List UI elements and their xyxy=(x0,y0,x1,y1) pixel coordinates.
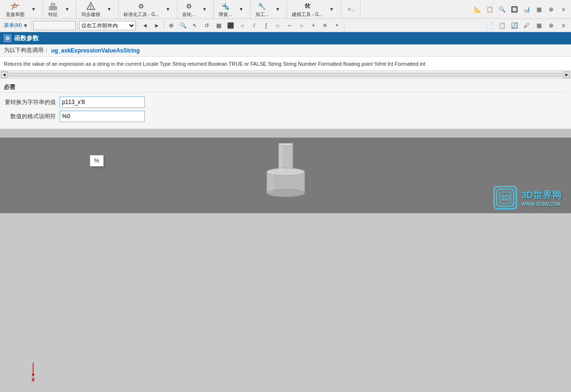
param2-row: 数值的格式说明符 xyxy=(4,111,567,122)
direct-sketch-group: 直接草图 ▼ xyxy=(2,0,43,18)
sync-modeling-btn[interactable]: 同步建模 xyxy=(79,0,102,19)
spring-label: 弹簧... xyxy=(219,11,232,18)
spring-dropdown[interactable]: ▼ xyxy=(234,6,248,13)
right-icon-2[interactable]: 📋 xyxy=(496,20,508,31)
quick-icon-2[interactable]: 📋 xyxy=(484,4,495,15)
standard-tool-icon: ⚙ xyxy=(136,1,147,11)
right-icon-7[interactable]: ≡ xyxy=(558,20,569,31)
dot-icon[interactable]: • xyxy=(331,20,343,31)
func-call-line: 为以下构造调用： ug_askExpressionValueAsString xyxy=(0,44,571,57)
hscroll-track[interactable] xyxy=(9,73,562,77)
build-tool-label: 建模工具 - G... xyxy=(292,11,323,18)
tooltip-popup: % xyxy=(90,155,104,166)
direct-sketch-label: 直接草图 xyxy=(6,11,25,18)
hscroll-area: ◄ ► xyxy=(0,71,571,78)
func-header-icon: ⚙ xyxy=(4,35,11,42)
machining-btn[interactable]: 🔧 加工... xyxy=(254,0,271,19)
sync-modeling-icon xyxy=(86,1,96,11)
right-icon-5[interactable]: ▦ xyxy=(533,20,545,31)
function-panel: ⚙ 函数参数 为以下构造调用： ug_askExpressionValueAsS… xyxy=(0,32,571,129)
feature-btn[interactable]: 特征 xyxy=(46,0,60,19)
quick-icon-1[interactable]: 📐 xyxy=(472,4,483,15)
quick-icon-6[interactable]: ▦ xyxy=(533,4,545,15)
snap-icon[interactable]: ⊕ xyxy=(166,20,177,31)
menu-label: 菜单(M) xyxy=(4,22,22,29)
standard-tool-dropdown[interactable]: ▼ xyxy=(161,6,175,13)
direct-sketch-icon xyxy=(10,1,20,11)
plus-icon[interactable]: + xyxy=(307,20,319,31)
right-icon-3[interactable]: 🔄 xyxy=(509,20,520,31)
spring-icon: 🔩 xyxy=(220,1,231,11)
right-icon-1[interactable]: 📄 xyxy=(484,20,495,31)
3d-part xyxy=(262,143,309,201)
hscroll-right-btn[interactable]: ► xyxy=(563,71,570,78)
more-label: >... xyxy=(348,7,354,12)
nav-forward-btn[interactable]: ► xyxy=(151,20,162,31)
spring-btn[interactable]: 🔩 弹簧... xyxy=(217,0,234,19)
build-tool-btn[interactable]: 🛠 建模工具 - G... xyxy=(290,0,325,19)
zoom-icon[interactable]: 🔍 xyxy=(177,20,189,31)
hscroll-left-btn[interactable]: ◄ xyxy=(1,71,8,78)
sphere-icon[interactable]: ○ xyxy=(237,20,248,31)
standard-tool-group: ⚙ 标准化工具 - G... ▼ xyxy=(120,0,177,18)
right-icon-6[interactable]: ⊕ xyxy=(545,20,557,31)
standard-tool-btn[interactable]: ⚙ 标准化工具 - G... xyxy=(122,0,161,19)
more-btn[interactable]: >... xyxy=(344,6,358,13)
param2-input[interactable] xyxy=(60,111,145,122)
func-panel-header: ⚙ 函数参数 xyxy=(0,32,571,44)
right-icon-4[interactable]: 🖊 xyxy=(521,20,532,31)
nav-back-btn[interactable]: ◄ xyxy=(139,20,150,31)
circle-icon[interactable]: ○ xyxy=(296,20,307,31)
svg-rect-14 xyxy=(279,143,282,172)
direct-sketch-dropdown[interactable]: ▼ xyxy=(26,6,41,13)
sep3 xyxy=(137,21,138,30)
curve-icon[interactable]: ∫ xyxy=(260,20,272,31)
param1-input[interactable] xyxy=(60,96,145,108)
arc-icon[interactable]: ∩ xyxy=(272,20,283,31)
menu-dropdown-arrow[interactable]: ▼ xyxy=(23,23,28,28)
layer-icon[interactable]: ▦ xyxy=(213,20,224,31)
box-icon[interactable]: ⬛ xyxy=(225,20,236,31)
machining-dropdown[interactable]: ▼ xyxy=(271,6,285,13)
sep2 xyxy=(77,21,78,30)
rotate-icon[interactable]: ↺ xyxy=(201,20,212,31)
quick-access-input[interactable] xyxy=(33,21,76,30)
gear-label: 齿轮... xyxy=(182,11,195,18)
watermark: 3D 3D世界网 WWW.3D3W.COM xyxy=(493,186,562,209)
params-section: 必需 要转换为字符串的值 数值的格式说明符 xyxy=(0,78,571,129)
func-description: Returns the value of an expression as a … xyxy=(0,57,571,71)
gear-tool-btn[interactable]: ⚙ 齿轮... xyxy=(180,0,197,19)
feature-label: 特征 xyxy=(48,11,58,18)
gray-separator xyxy=(0,129,571,138)
cross-icon[interactable]: ✕ xyxy=(319,20,331,31)
func-panel-title: 函数参数 xyxy=(14,34,39,43)
bottom-area: X xyxy=(0,213,571,392)
build-tool-dropdown[interactable]: ▼ xyxy=(325,6,339,13)
quick-icon-8[interactable]: ≡ xyxy=(558,4,569,15)
quick-icon-3[interactable]: 🔍 xyxy=(496,4,508,15)
draw-line-icon[interactable]: / xyxy=(248,20,260,31)
icon-toolbar: 菜单(M) ▼ 仅在工作部件内 ◄ ► ⊕ 🔍 ↖ ↺ ▦ ⬛ ○ / ∫ ∩ … xyxy=(0,19,571,32)
quick-icon-7[interactable]: ⊕ xyxy=(545,4,557,15)
sync-modeling-group: 同步建模 ▼ xyxy=(78,0,119,18)
spring-group: 🔩 弹簧... ▼ xyxy=(215,0,250,18)
gear-dropdown[interactable]: ▼ xyxy=(197,6,211,13)
build-tool-icon: 🛠 xyxy=(302,1,313,11)
direct-sketch-btn[interactable]: 直接草图 xyxy=(4,0,26,19)
quick-icon-5[interactable]: 📊 xyxy=(521,4,532,15)
select-icon[interactable]: ↖ xyxy=(189,20,201,31)
sync-modeling-dropdown[interactable]: ▼ xyxy=(102,6,116,13)
sep5 xyxy=(344,21,344,30)
feature-group: 特征 ▼ xyxy=(44,0,77,18)
tooltip-text: % xyxy=(94,157,99,164)
viewport-3d[interactable]: 3D 3D世界网 WWW.3D3W.COM xyxy=(0,138,571,213)
machining-label: 加工... xyxy=(255,11,269,18)
axis-indicator: X xyxy=(28,363,38,383)
svg-rect-15 xyxy=(267,172,274,193)
quick-icon-4[interactable]: 🔲 xyxy=(509,4,520,15)
feature-icon xyxy=(48,1,58,11)
filter-select[interactable]: 仅在工作部件内 xyxy=(79,21,136,30)
feature-dropdown[interactable]: ▼ xyxy=(60,6,74,13)
wave-icon[interactable]: ∼ xyxy=(284,20,295,31)
func-call-name: ug_askExpressionValueAsString xyxy=(51,47,140,54)
